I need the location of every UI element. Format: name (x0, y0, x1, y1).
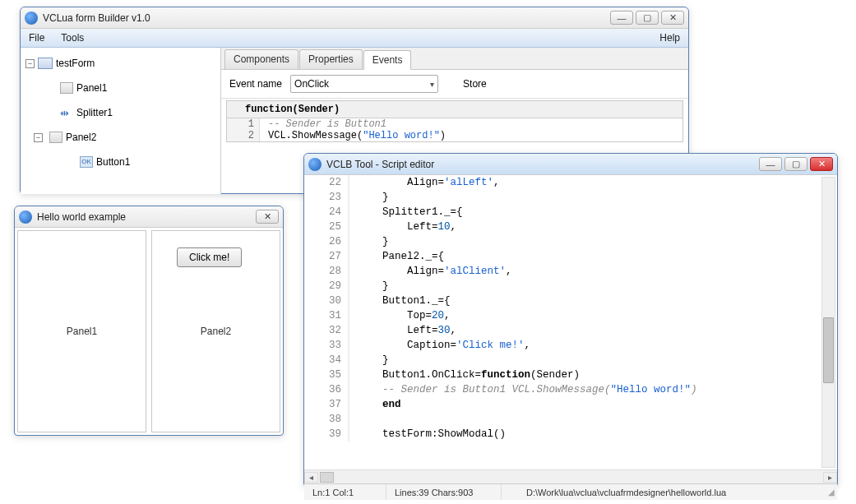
panel-icon (49, 132, 62, 143)
code-line: Align='alLeft', (349, 175, 500, 190)
tree-node-panel2[interactable]: − Panel2 (22, 125, 219, 150)
menu-file[interactable]: File (25, 30, 48, 45)
script-code-editor[interactable]: 22 Align='alLeft',23 }24 Splitter1._={25… (304, 175, 837, 469)
horizontal-scrollbar[interactable]: ◂ ▸ (304, 469, 837, 483)
script-titlebar[interactable]: VCLB Tool - Script editor — ▢ ✕ (304, 154, 837, 175)
code-line: Panel2._={ (349, 249, 444, 264)
scroll-right-icon[interactable]: ▸ (823, 472, 837, 483)
tree-node-button1[interactable]: OK Button1 (22, 150, 219, 174)
line-gutter: 23 (304, 190, 349, 205)
event-code-editor[interactable]: function(Sender) 1 -- Sender is Button1 … (226, 100, 683, 142)
code-line: Top=20, (349, 308, 451, 323)
line-gutter: 29 (304, 279, 349, 294)
tree-label: Panel1 (76, 82, 107, 94)
main-title: VCLua form Builder v1.0 (43, 12, 605, 24)
line-gutter: 2 (227, 130, 260, 141)
event-name-combo[interactable]: OnClick ▾ (290, 75, 438, 93)
main-titlebar[interactable]: VCLua form Builder v1.0 — ▢ ✕ (21, 7, 688, 29)
resize-grip-icon[interactable]: ◢ (824, 488, 837, 497)
tree-label: Panel2 (66, 132, 96, 143)
code-comment: -- Sender is Button1 (268, 118, 386, 130)
code-line: testForm:ShowModal() (349, 427, 506, 442)
tab-properties[interactable]: Properties (299, 49, 363, 69)
menu-bar: File Tools Help (21, 29, 688, 48)
tabstrip: Components Properties Events (221, 48, 688, 70)
event-name-value: OnClick (294, 78, 329, 90)
status-stats: Lines:39 Chars:903 (386, 484, 502, 500)
line-gutter: 1 (227, 118, 260, 130)
code-line: Button1._={ (349, 294, 451, 308)
close-button[interactable]: ✕ (810, 157, 833, 171)
app-icon (19, 210, 32, 224)
menu-tools[interactable]: Tools (58, 30, 87, 45)
scroll-thumb[interactable] (320, 472, 334, 483)
tab-events[interactable]: Events (363, 50, 412, 70)
line-gutter: 24 (304, 205, 349, 220)
collapse-icon[interactable]: − (25, 59, 35, 68)
button-icon: OK (80, 156, 93, 168)
hello-title: Hello world example (37, 211, 251, 223)
click-me-button[interactable]: Click me! (177, 247, 242, 267)
minimize-button[interactable]: — (610, 11, 633, 25)
code-line: } (349, 190, 389, 205)
tree-label: Splitter1 (76, 107, 113, 118)
script-editor-window: VCLB Tool - Script editor — ▢ ✕ 22 Align… (303, 153, 838, 487)
form-icon (38, 58, 53, 69)
status-cursor-pos: Ln:1 Col:1 (304, 484, 386, 500)
line-gutter: 22 (304, 175, 349, 190)
hello-titlebar[interactable]: Hello world example ✕ (15, 206, 283, 228)
panel1: Panel1 (17, 230, 146, 432)
code-line: Caption='Click me!', (349, 338, 530, 353)
code-line: Left=30, (349, 323, 456, 338)
line-gutter: 37 (304, 397, 349, 412)
script-title: VCLB Tool - Script editor (326, 159, 754, 170)
tab-components[interactable]: Components (224, 49, 298, 69)
line-gutter: 27 (304, 249, 349, 264)
maximize-button[interactable]: ▢ (784, 157, 807, 171)
tree-node-splitter[interactable]: ⇹ Splitter1 (22, 100, 219, 125)
line-gutter: 28 (304, 264, 349, 279)
line-gutter: 25 (304, 220, 349, 234)
tree-node-panel1[interactable]: Panel1 (22, 76, 219, 100)
component-tree: − testForm Panel1 ⇹ Splitter1 − Panel2 (21, 48, 221, 194)
code-line: Splitter1._={ (349, 205, 463, 220)
line-gutter: 36 (304, 382, 349, 397)
code-line: } (349, 234, 389, 249)
chevron-down-icon: ▾ (430, 80, 434, 89)
store-link[interactable]: Store (463, 78, 487, 90)
close-button[interactable]: ✕ (661, 11, 684, 25)
tree-node-form[interactable]: − testForm (22, 51, 219, 76)
code-line: } (349, 353, 389, 368)
code-line: -- Sender is Button1 VCL.ShowMessage("He… (349, 382, 697, 397)
event-toolbar: Event name OnClick ▾ Store (221, 70, 688, 99)
line-gutter: 34 (304, 353, 349, 368)
close-button[interactable]: ✕ (256, 210, 279, 224)
code-line: Button1.OnClick=function(Sender) (349, 368, 580, 382)
splitter-icon: ⇹ (60, 107, 73, 118)
app-icon (308, 158, 322, 171)
collapse-icon[interactable]: − (34, 133, 43, 142)
line-gutter: 39 (304, 427, 349, 442)
minimize-button[interactable]: — (759, 157, 782, 171)
line-gutter: 31 (304, 308, 349, 323)
hello-world-window: Hello world example ✕ Panel1 Click me! P… (14, 206, 284, 436)
code-line: Align='alClient', (349, 264, 512, 279)
line-gutter: 26 (304, 234, 349, 249)
status-bar: Ln:1 Col:1 Lines:39 Chars:903 D:\Work\lu… (304, 483, 837, 500)
menu-help[interactable]: Help (656, 30, 683, 45)
line-gutter: 32 (304, 323, 349, 338)
code-line: Left=10, (349, 220, 456, 234)
vertical-scrollbar[interactable] (821, 177, 835, 468)
panel-icon (60, 82, 73, 94)
scroll-thumb[interactable] (823, 317, 834, 383)
app-icon (25, 12, 38, 25)
line-gutter: 35 (304, 368, 349, 382)
code-line (349, 412, 358, 427)
maximize-button[interactable]: ▢ (636, 11, 659, 25)
line-gutter: 33 (304, 338, 349, 353)
code-header: function(Sender) (227, 101, 682, 118)
tree-label: testForm (56, 58, 95, 69)
code-line: end (349, 397, 401, 412)
status-filepath: D:\Work\lua\vclua\vcluafrmdesigner\hello… (502, 484, 824, 500)
scroll-left-icon[interactable]: ◂ (304, 472, 318, 483)
